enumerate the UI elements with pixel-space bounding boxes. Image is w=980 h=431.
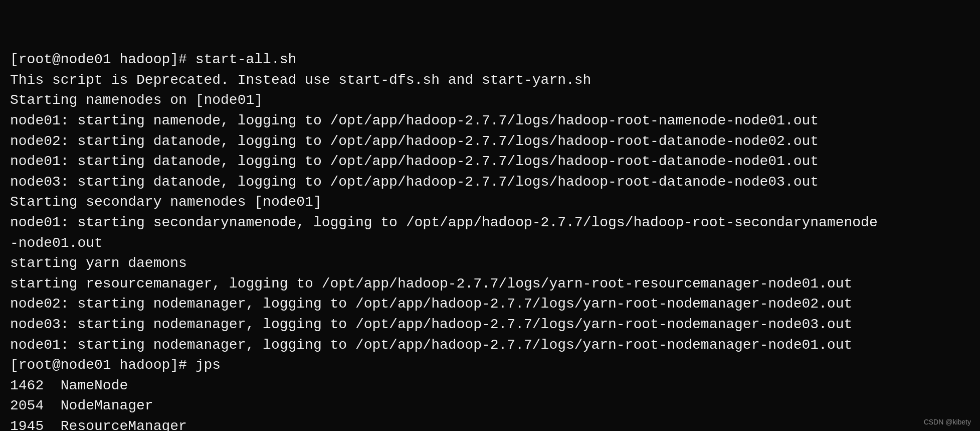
terminal-line: 1462 NameNode — [10, 376, 970, 396]
terminal-line: This script is Deprecated. Instead use s… — [10, 70, 970, 91]
terminal-line: Starting secondary namenodes [node01] — [10, 192, 970, 213]
terminal-line: node01: starting namenode, logging to /o… — [10, 111, 970, 131]
terminal-line: node03: starting nodemanager, logging to… — [10, 315, 970, 335]
terminal-line: node01: starting nodemanager, logging to… — [10, 335, 970, 356]
terminal-window: [root@node01 hadoop]# start-all.shThis s… — [0, 0, 980, 431]
terminal-line: [root@node01 hadoop]# jps — [10, 355, 970, 376]
watermark: CSDN @kibety — [924, 418, 971, 426]
terminal-line: node02: starting nodemanager, logging to… — [10, 294, 970, 315]
terminal-line: Starting namenodes on [node01] — [10, 90, 970, 111]
terminal-line: node03: starting datanode, logging to /o… — [10, 172, 970, 193]
terminal-line: starting yarn daemons — [10, 253, 970, 274]
terminal-line: -node01.out — [10, 233, 970, 254]
terminal-line: node02: starting datanode, logging to /o… — [10, 131, 970, 152]
terminal-line: node01: starting secondarynamenode, logg… — [10, 213, 970, 233]
terminal-line: starting resourcemanager, logging to /op… — [10, 274, 970, 295]
terminal-content: [root@node01 hadoop]# start-all.shThis s… — [10, 50, 970, 431]
terminal-line: 2054 NodeManager — [10, 396, 970, 416]
terminal-line: 1945 ResourceManager — [10, 416, 970, 431]
terminal-line: node01: starting datanode, logging to /o… — [10, 152, 970, 172]
terminal-line: [root@node01 hadoop]# start-all.sh — [10, 50, 970, 70]
